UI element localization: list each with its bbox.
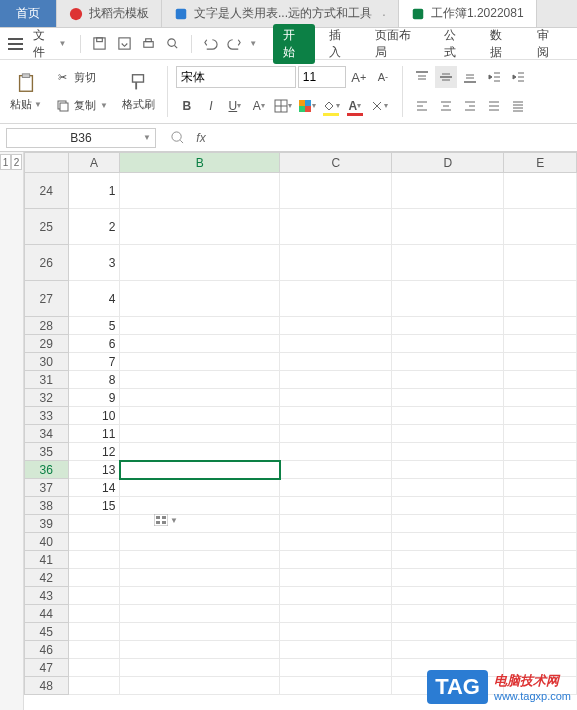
cell[interactable]: [504, 389, 577, 407]
cell[interactable]: [392, 461, 504, 479]
cell[interactable]: [280, 515, 392, 533]
cell[interactable]: [392, 551, 504, 569]
row-header[interactable]: 47: [25, 659, 69, 677]
cell[interactable]: [504, 587, 577, 605]
autofill-options-button[interactable]: ▼: [154, 514, 178, 526]
cell[interactable]: [392, 425, 504, 443]
cell[interactable]: [68, 659, 120, 677]
cell[interactable]: [504, 443, 577, 461]
cell[interactable]: [504, 641, 577, 659]
cell[interactable]: 7: [68, 353, 120, 371]
bold-button[interactable]: B: [176, 95, 198, 117]
cell[interactable]: [68, 587, 120, 605]
row-header[interactable]: 36: [25, 461, 69, 479]
cell[interactable]: 4: [68, 281, 120, 317]
cell[interactable]: [504, 479, 577, 497]
cell[interactable]: [120, 281, 280, 317]
align-top-button[interactable]: [411, 66, 433, 88]
cell[interactable]: 15: [68, 497, 120, 515]
cell[interactable]: [120, 443, 280, 461]
column-header[interactable]: E: [504, 153, 577, 173]
cell[interactable]: [68, 623, 120, 641]
row-header[interactable]: 27: [25, 281, 69, 317]
cell[interactable]: [280, 497, 392, 515]
cut-button[interactable]: ✂剪切: [52, 69, 112, 86]
print-preview-button[interactable]: [163, 33, 183, 55]
cell[interactable]: [392, 623, 504, 641]
menu-start[interactable]: 开始: [273, 24, 315, 64]
cell[interactable]: 8: [68, 371, 120, 389]
cell[interactable]: [120, 389, 280, 407]
cell[interactable]: [68, 569, 120, 587]
column-header[interactable]: C: [280, 153, 392, 173]
cell[interactable]: [392, 569, 504, 587]
format-painter-button[interactable]: 格式刷: [118, 69, 159, 114]
cell[interactable]: [120, 515, 280, 533]
increase-indent-button[interactable]: [507, 66, 529, 88]
cell[interactable]: [392, 173, 504, 209]
cell[interactable]: [280, 407, 392, 425]
side-tab-2[interactable]: 2: [11, 154, 22, 170]
row-header[interactable]: 32: [25, 389, 69, 407]
cell[interactable]: [280, 245, 392, 281]
column-header[interactable]: B: [120, 153, 280, 173]
cell[interactable]: [120, 641, 280, 659]
cell[interactable]: 11: [68, 425, 120, 443]
cell[interactable]: 6: [68, 335, 120, 353]
menu-pagelayout[interactable]: 页面布局: [365, 23, 430, 65]
cell[interactable]: [280, 659, 392, 677]
cell[interactable]: [392, 515, 504, 533]
row-header[interactable]: 34: [25, 425, 69, 443]
cell[interactable]: 14: [68, 479, 120, 497]
menu-data[interactable]: 数据: [480, 23, 522, 65]
cell[interactable]: [504, 569, 577, 587]
italic-button[interactable]: I: [200, 95, 222, 117]
file-menu[interactable]: 文件▼: [27, 27, 72, 61]
decrease-font-button[interactable]: A-: [372, 66, 394, 88]
cell[interactable]: [280, 623, 392, 641]
cell[interactable]: [68, 533, 120, 551]
hamburger-icon[interactable]: [8, 38, 23, 50]
row-header[interactable]: 45: [25, 623, 69, 641]
cell[interactable]: [120, 533, 280, 551]
save-as-button[interactable]: [114, 33, 134, 55]
cell[interactable]: [120, 425, 280, 443]
cell[interactable]: [280, 533, 392, 551]
cell[interactable]: [120, 335, 280, 353]
close-icon[interactable]: ·: [382, 6, 386, 22]
row-header[interactable]: 48: [25, 677, 69, 695]
cell[interactable]: [280, 281, 392, 317]
cell[interactable]: [504, 371, 577, 389]
cell[interactable]: [504, 461, 577, 479]
cell[interactable]: [504, 605, 577, 623]
cell[interactable]: [280, 353, 392, 371]
cell[interactable]: [120, 497, 280, 515]
cell[interactable]: [120, 461, 280, 479]
cell[interactable]: [280, 371, 392, 389]
cell[interactable]: [280, 587, 392, 605]
cell[interactable]: [392, 371, 504, 389]
clear-format-button[interactable]: ▾: [368, 95, 390, 117]
cell[interactable]: [280, 605, 392, 623]
cell[interactable]: [280, 641, 392, 659]
cell[interactable]: [280, 443, 392, 461]
cell[interactable]: [504, 245, 577, 281]
copy-button[interactable]: 复制▼: [52, 97, 112, 114]
name-box[interactable]: B36 ▼: [6, 128, 156, 148]
cell[interactable]: [280, 479, 392, 497]
cell[interactable]: [120, 479, 280, 497]
cell[interactable]: [280, 335, 392, 353]
cell[interactable]: [504, 533, 577, 551]
save-button[interactable]: [89, 33, 109, 55]
align-left-button[interactable]: [411, 95, 433, 117]
distribute-button[interactable]: [507, 95, 529, 117]
cell[interactable]: [120, 623, 280, 641]
cell[interactable]: [392, 533, 504, 551]
cell[interactable]: 2: [68, 209, 120, 245]
cell[interactable]: [392, 317, 504, 335]
increase-font-button[interactable]: A+: [348, 66, 370, 88]
cell[interactable]: [392, 389, 504, 407]
cell[interactable]: [504, 209, 577, 245]
font-family-select[interactable]: [176, 66, 296, 88]
cell[interactable]: [392, 281, 504, 317]
